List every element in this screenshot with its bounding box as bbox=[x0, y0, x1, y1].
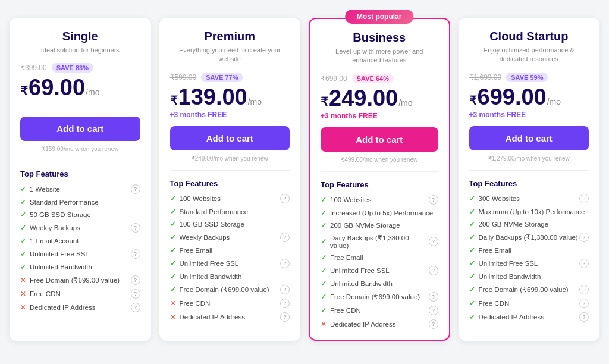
feature-list: ✓ 300 Websites ? ✓ Maximum (Up to 10x) P… bbox=[469, 194, 589, 322]
feature-left: ✕ Dedicated IP Address bbox=[20, 303, 95, 312]
free-months: +3 months FREE bbox=[321, 112, 438, 121]
info-icon[interactable]: ? bbox=[429, 319, 438, 329]
renew-price: ₹499.00/mo when you renew bbox=[321, 156, 438, 163]
feature-left: ✓ Standard Performance bbox=[20, 198, 99, 206]
feature-left: ✓ 100 GB SSD Storage bbox=[170, 220, 244, 228]
info-icon[interactable]: ? bbox=[429, 266, 438, 275]
feature-text: Free Email bbox=[330, 254, 363, 261]
check-icon: ✓ bbox=[20, 211, 26, 219]
check-icon: ✓ bbox=[469, 220, 475, 228]
info-icon[interactable]: ? bbox=[131, 184, 140, 194]
feature-text: Daily Backups (₹1,380.00 value) bbox=[479, 233, 578, 241]
current-price: ₹ 69.00 /mo bbox=[20, 76, 140, 99]
feature-item: ✓ Increased (Up to 5x) Performance bbox=[321, 209, 438, 217]
feature-text: Dedicated IP Address bbox=[330, 321, 395, 328]
feature-item: ✓ Free Domain (₹699.00 value) ? bbox=[469, 285, 589, 294]
feature-item: ✓ Free Email bbox=[321, 253, 438, 262]
info-icon[interactable]: ? bbox=[280, 299, 290, 308]
feature-left: ✓ Unlimited Bandwidth bbox=[321, 280, 393, 288]
add-to-cart-button[interactable]: Add to cart bbox=[20, 117, 140, 141]
check-icon: ✓ bbox=[20, 237, 26, 245]
currency-symbol: ₹ bbox=[170, 93, 178, 108]
check-icon: ✓ bbox=[170, 233, 176, 241]
plan-tagline: Enjoy optimized performance & dedicated … bbox=[469, 46, 589, 64]
feature-item: ✓ Maximum (Up to 10x) Performance bbox=[469, 208, 589, 216]
info-icon[interactable]: ? bbox=[280, 259, 290, 268]
feature-left: ✓ Daily Backups (₹1,380.00 value) bbox=[321, 234, 429, 249]
info-icon[interactable]: ? bbox=[280, 194, 290, 203]
plan-card-single: Single Ideal solution for beginners ₹399… bbox=[10, 18, 151, 341]
info-icon[interactable]: ? bbox=[131, 289, 140, 299]
currency-symbol: ₹ bbox=[321, 95, 328, 109]
feature-text: Weekly Backups bbox=[30, 224, 80, 231]
price-amount: 139.00 bbox=[178, 86, 247, 108]
check-icon: ✓ bbox=[469, 313, 475, 321]
feature-left: ✓ Maximum (Up to 10x) Performance bbox=[469, 208, 585, 216]
feature-item: ✓ Unlimited Free SSL ? bbox=[321, 266, 438, 275]
info-icon[interactable]: ? bbox=[429, 306, 438, 315]
feature-left: ✕ Free CDN bbox=[170, 299, 211, 307]
feature-left: ✓ 100 Websites bbox=[321, 196, 371, 204]
check-icon: ✓ bbox=[20, 250, 26, 258]
info-icon[interactable]: ? bbox=[579, 194, 589, 203]
info-icon[interactable]: ? bbox=[579, 259, 589, 268]
check-icon: ✓ bbox=[170, 285, 176, 294]
info-icon[interactable]: ? bbox=[579, 285, 589, 294]
add-to-cart-button[interactable]: Add to cart bbox=[321, 127, 438, 152]
most-popular-badge: Most popular bbox=[345, 10, 413, 24]
info-icon[interactable]: ? bbox=[579, 233, 589, 242]
cross-icon: ✕ bbox=[321, 320, 327, 328]
feature-text: Unlimited Bandwidth bbox=[180, 273, 242, 280]
divider bbox=[469, 170, 589, 171]
feature-text: Unlimited Bandwidth bbox=[479, 273, 541, 280]
check-icon: ✓ bbox=[469, 299, 475, 307]
info-icon[interactable]: ? bbox=[280, 233, 290, 242]
feature-item: ✕ Dedicated IP Address ? bbox=[170, 312, 290, 322]
feature-item: ✓ Unlimited Free SSL ? bbox=[469, 259, 589, 268]
pricing-grid: Single Ideal solution for beginners ₹399… bbox=[10, 18, 599, 341]
save-badge: SAVE 59% bbox=[506, 73, 548, 82]
feature-text: Free Domain (₹699.00 value) bbox=[30, 276, 120, 284]
feature-item: ✓ 200 GB NVMe Storage bbox=[469, 220, 589, 228]
feature-text: 50 GB SSD Storage bbox=[30, 211, 91, 218]
info-icon[interactable]: ? bbox=[131, 223, 140, 233]
feature-left: ✓ 200 GB NVMe Storage bbox=[469, 220, 549, 228]
feature-text: Standard Performance bbox=[30, 199, 99, 206]
save-badge: SAVE 64% bbox=[352, 74, 394, 83]
feature-text: Unlimited Free SSL bbox=[479, 260, 538, 267]
info-icon[interactable]: ? bbox=[429, 292, 438, 302]
top-features-title: Top Features bbox=[469, 179, 589, 188]
add-to-cart-button[interactable]: Add to cart bbox=[170, 126, 290, 150]
original-price: ₹699.00 bbox=[321, 74, 347, 83]
cross-icon: ✕ bbox=[170, 313, 176, 321]
info-icon[interactable]: ? bbox=[579, 312, 589, 322]
feature-left: ✓ Unlimited Bandwidth bbox=[469, 272, 541, 281]
check-icon: ✓ bbox=[170, 259, 176, 268]
info-icon[interactable]: ? bbox=[429, 195, 438, 205]
price-period: /mo bbox=[547, 97, 561, 106]
feature-text: Unlimited Free SSL bbox=[180, 260, 239, 267]
info-icon[interactable]: ? bbox=[280, 312, 290, 322]
info-icon[interactable]: ? bbox=[280, 285, 290, 294]
add-to-cart-button[interactable]: Add to cart bbox=[469, 126, 589, 150]
info-icon[interactable]: ? bbox=[579, 299, 589, 308]
feature-left: ✓ Increased (Up to 5x) Performance bbox=[321, 209, 433, 217]
divider bbox=[170, 170, 290, 171]
info-icon[interactable]: ? bbox=[131, 303, 140, 312]
check-icon: ✓ bbox=[469, 246, 475, 255]
feature-item: ✓ Free Email bbox=[170, 246, 290, 255]
feature-left: ✓ Free Email bbox=[321, 253, 363, 262]
feature-left: ✓ Free Domain (₹699.00 value) bbox=[469, 285, 569, 294]
feature-item: ✓ 1 Website ? bbox=[20, 184, 140, 194]
feature-text: 300 Websites bbox=[479, 195, 520, 202]
feature-left: ✓ 200 GB NVMe Storage bbox=[321, 221, 400, 230]
info-icon[interactable]: ? bbox=[131, 249, 140, 259]
feature-text: 1 Website bbox=[30, 186, 60, 193]
check-icon: ✓ bbox=[321, 209, 327, 217]
feature-text: 1 Email Account bbox=[30, 237, 79, 244]
feature-item: ✓ Daily Backups (₹1,380.00 value) ? bbox=[321, 234, 438, 249]
info-icon[interactable]: ? bbox=[131, 275, 140, 285]
feature-left: ✓ Unlimited Free SSL bbox=[170, 259, 239, 268]
plan-name: Cloud Startup bbox=[469, 30, 589, 43]
info-icon[interactable]: ? bbox=[429, 237, 438, 246]
